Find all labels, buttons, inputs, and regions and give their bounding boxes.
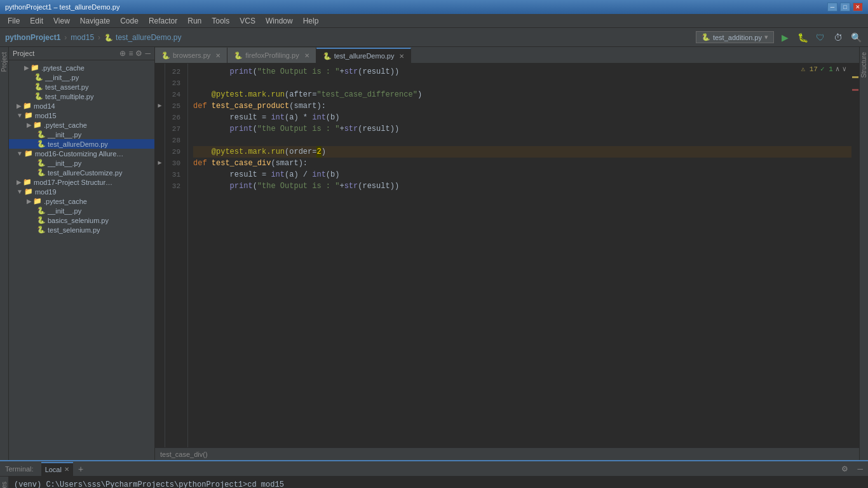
code-line-32: print("the Output is : "+str(result)) <box>193 180 854 192</box>
tree-item-label: basics_selenium.py <box>48 217 109 224</box>
tree-item-label: __init__.py <box>48 207 81 215</box>
menubar: File Edit View Navigate Code Refactor Ru… <box>0 14 868 28</box>
folder-icon: 📁 <box>33 121 42 129</box>
collapse-all-icon[interactable]: ≡ <box>128 49 133 58</box>
tree-item-label: mod14 <box>34 102 55 110</box>
gutter-31 <box>156 169 163 180</box>
expand-icon: ▶ <box>24 64 29 71</box>
terminal-collapse-icon[interactable]: ─ <box>857 464 863 473</box>
list-item[interactable]: 🐍 test_allureDemo.py <box>9 139 154 149</box>
tree-item-label: test_allureDemo.py <box>48 140 108 148</box>
list-item[interactable]: 🐍 test_selenium.py <box>9 225 154 234</box>
profile-button[interactable]: ⏱ <box>831 30 845 44</box>
maximize-button[interactable]: □ <box>840 3 850 11</box>
breadcrumb-file[interactable]: 🐍test_allureDemo.py <box>104 33 181 42</box>
run-config-label: test_addition.py <box>713 34 762 41</box>
menu-view[interactable]: View <box>48 15 75 27</box>
list-item[interactable]: ▼ 📁 mod15 <box>9 111 154 120</box>
code-content[interactable]: print("the Output is : "+str(result)) @p… <box>188 64 859 447</box>
nav-down[interactable]: ∨ <box>842 65 846 73</box>
favorites-strip: Favorites <box>0 477 9 488</box>
editor-area: 🐍 browsers.py ✕ 🐍 firefoxProfiling.py ✕ … <box>155 47 859 460</box>
expand-icon: ▶ <box>27 198 32 205</box>
list-item[interactable]: 🐍 __init__.py <box>9 206 154 215</box>
breadcrumb-mod15[interactable]: mod15 <box>71 33 94 42</box>
project-strip: Project <box>0 47 9 460</box>
tab-test-alluiredemo[interactable]: 🐍 test_allureDemo.py ✕ <box>316 48 412 63</box>
search-button[interactable]: 🔍 <box>849 30 863 44</box>
tab-local[interactable]: Local ✕ <box>41 462 73 476</box>
py-file-icon: 🐍 <box>37 216 46 224</box>
run-config-button[interactable]: 🐍 test_addition.py ▾ <box>696 31 774 43</box>
menu-code[interactable]: Code <box>115 15 144 27</box>
menu-help[interactable]: Help <box>298 15 324 27</box>
breadcrumb-project[interactable]: pythonProject1 <box>5 33 60 42</box>
file-tree-header: Project ⊕ ≡ ⚙ ─ <box>9 47 154 60</box>
code-editor[interactable]: ▶ ▶ 22 23 24 25 26 27 28 29 30 31 <box>155 64 859 447</box>
structure-strip: Structure <box>859 47 868 460</box>
list-item[interactable]: 🐍 __init__.py <box>9 158 154 168</box>
scroll-marker-warning <box>852 76 858 78</box>
nav-up[interactable]: ∧ <box>836 65 840 73</box>
locate-icon[interactable]: ⊕ <box>119 49 126 58</box>
minimize-button[interactable]: ─ <box>827 3 837 11</box>
tab-label: browsers.py <box>173 51 210 59</box>
tab-browsers[interactable]: 🐍 browsers.py ✕ <box>155 48 227 63</box>
tab-close-icon[interactable]: ✕ <box>399 53 404 60</box>
list-item[interactable]: 🐍 test_allureCustomize.py <box>9 168 154 177</box>
tree-item-label: test_allureCustomize.py <box>48 169 122 177</box>
menu-window[interactable]: Window <box>261 15 298 27</box>
gutter-22 <box>156 66 163 78</box>
coverage-button[interactable]: 🛡 <box>813 30 827 44</box>
close-button[interactable]: ✕ <box>853 3 863 11</box>
tree-content: ▶ 📁 .pytest_cache 🐍 __init__.py 🐍 test_a… <box>9 60 154 460</box>
list-item[interactable]: 🐍 basics_selenium.py <box>9 215 154 225</box>
scroll-indicator[interactable] <box>851 64 859 447</box>
local-tab-close[interactable]: ✕ <box>64 466 69 473</box>
expand-icon: ▼ <box>17 112 23 119</box>
menu-tools[interactable]: Tools <box>207 15 234 27</box>
list-item[interactable]: ▶ 📁 .pytest_cache <box>9 120 154 130</box>
menu-navigate[interactable]: Navigate <box>75 15 115 27</box>
code-line-27: print("the Output is : "+str(result)) <box>193 123 854 135</box>
list-item[interactable]: ▶ 📁 mod14 <box>9 101 154 111</box>
list-item[interactable]: 🐍 __init__.py <box>9 130 154 139</box>
add-terminal-button[interactable]: + <box>78 464 83 474</box>
list-item[interactable]: ▶ 📁 .pytest_cache <box>9 63 154 72</box>
list-item[interactable]: ▼ 📁 mod16-Customizing Allure Report <box>9 149 154 158</box>
project-label[interactable]: Project <box>0 47 9 77</box>
terminal-content[interactable]: (venv) C:\Users\sss\PycharmProjects\pyth… <box>9 477 868 488</box>
list-item[interactable]: 🐍 test_assert.py <box>9 82 154 92</box>
tab-close-icon[interactable]: ✕ <box>215 52 220 59</box>
gutter-23 <box>156 78 163 89</box>
expand-icon: ▼ <box>17 188 23 195</box>
gutter-28 <box>156 135 163 146</box>
favorites-label[interactable]: Favorites <box>0 477 9 488</box>
list-item[interactable]: ▶ 📁 .pytest_cache <box>9 196 154 206</box>
run-button[interactable]: ▶ <box>778 30 792 44</box>
bottom-tabs-bar: Terminal: Local ✕ + ⚙ ─ <box>0 461 868 477</box>
list-item[interactable]: ▼ 📁 mod19 <box>9 187 154 196</box>
folder-icon: 📁 <box>24 149 33 158</box>
tree-item-label: .pytest_cache <box>44 198 87 205</box>
list-item[interactable]: ▶ 📁 mod17-Project Structure with Python … <box>9 177 154 187</box>
main-layout: Project Project ⊕ ≡ ⚙ ─ ▶ 📁 .pytest_cach… <box>0 47 868 460</box>
tab-close-icon[interactable]: ✕ <box>304 52 309 59</box>
gutter-29 <box>156 146 163 158</box>
titlebar-title: pythonProject1 – test_allureDemo.py <box>5 3 119 11</box>
tab-firefoxprofiling[interactable]: 🐍 firefoxProfiling.py ✕ <box>227 48 316 63</box>
debug-button[interactable]: 🐛 <box>796 30 810 44</box>
menu-refactor[interactable]: Refactor <box>144 15 182 27</box>
menu-file[interactable]: File <box>3 15 25 27</box>
list-item[interactable]: 🐍 test_multiple.py <box>9 92 154 101</box>
list-item[interactable]: 🐍 __init__.py <box>9 72 154 82</box>
terminal-settings-icon[interactable]: ⚙ <box>841 464 848 473</box>
structure-label[interactable]: Structure <box>859 47 868 83</box>
tree-close-icon[interactable]: ─ <box>145 49 151 58</box>
tree-item-label: __init__.py <box>45 74 79 81</box>
menu-run[interactable]: Run <box>182 15 207 27</box>
tree-item-label: __init__.py <box>48 131 81 139</box>
tree-settings-icon[interactable]: ⚙ <box>135 49 142 58</box>
menu-edit[interactable]: Edit <box>25 15 48 27</box>
menu-vcs[interactable]: VCS <box>234 15 261 27</box>
